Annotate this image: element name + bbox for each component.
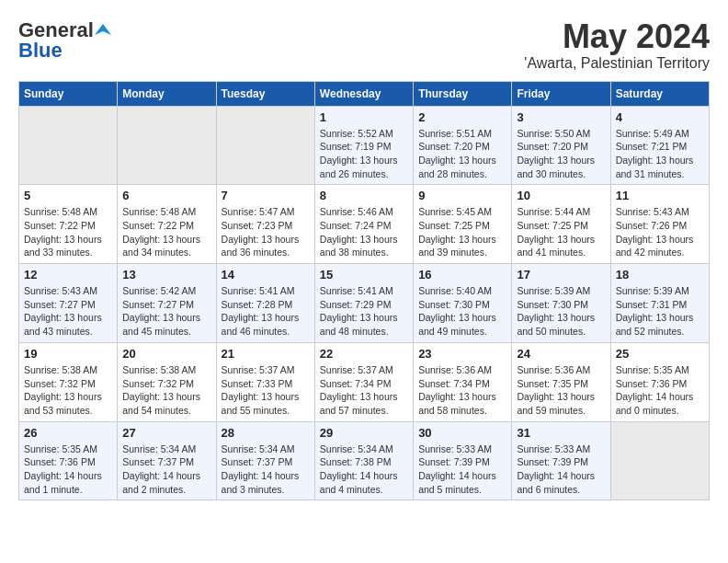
calendar-cell	[118, 106, 216, 185]
day-number: 11	[616, 189, 704, 202]
day-number: 15	[320, 268, 408, 282]
day-info: Sunrise: 5:48 AM Sunset: 7:22 PM Dayligh…	[122, 205, 210, 259]
calendar-cell: 8Sunrise: 5:46 AM Sunset: 7:24 PM Daylig…	[314, 185, 413, 264]
calendar-cell: 5Sunrise: 5:48 AM Sunset: 7:22 PM Daylig…	[19, 185, 118, 264]
day-info: Sunrise: 5:50 AM Sunset: 7:20 PM Dayligh…	[517, 127, 605, 181]
day-number: 28	[222, 426, 310, 440]
day-info: Sunrise: 5:39 AM Sunset: 7:30 PM Dayligh…	[517, 284, 605, 339]
calendar-cell: 10Sunrise: 5:44 AM Sunset: 7:25 PM Dayli…	[512, 185, 610, 264]
day-number: 27	[122, 426, 210, 440]
calendar-week-row: 19Sunrise: 5:38 AM Sunset: 7:32 PM Dayli…	[19, 342, 710, 421]
calendar-cell: 17Sunrise: 5:39 AM Sunset: 7:30 PM Dayli…	[512, 264, 610, 343]
calendar-cell: 11Sunrise: 5:43 AM Sunset: 7:26 PM Dayli…	[610, 185, 709, 264]
calendar-cell: 27Sunrise: 5:34 AM Sunset: 7:37 PM Dayli…	[118, 421, 216, 500]
day-info: Sunrise: 5:44 AM Sunset: 7:25 PM Dayligh…	[517, 205, 605, 259]
calendar-cell	[19, 106, 118, 185]
day-number: 23	[418, 347, 506, 361]
day-number: 4	[616, 110, 704, 124]
calendar-cell: 19Sunrise: 5:38 AM Sunset: 7:32 PM Dayli…	[19, 342, 118, 421]
day-info: Sunrise: 5:33 AM Sunset: 7:39 PM Dayligh…	[418, 442, 506, 497]
calendar-cell: 1Sunrise: 5:52 AM Sunset: 7:19 PM Daylig…	[314, 106, 413, 185]
day-info: Sunrise: 5:37 AM Sunset: 7:33 PM Dayligh…	[222, 363, 310, 418]
calendar-cell	[216, 106, 314, 185]
calendar-cell: 16Sunrise: 5:40 AM Sunset: 7:30 PM Dayli…	[414, 264, 512, 343]
day-info: Sunrise: 5:43 AM Sunset: 7:26 PM Dayligh…	[616, 205, 704, 259]
calendar-cell: 15Sunrise: 5:41 AM Sunset: 7:29 PM Dayli…	[314, 264, 413, 343]
day-info: Sunrise: 5:38 AM Sunset: 7:32 PM Dayligh…	[24, 363, 112, 418]
calendar-cell: 25Sunrise: 5:35 AM Sunset: 7:36 PM Dayli…	[610, 342, 709, 421]
day-number: 18	[616, 268, 704, 282]
day-number: 9	[418, 189, 506, 202]
calendar-cell: 22Sunrise: 5:37 AM Sunset: 7:34 PM Dayli…	[314, 342, 413, 421]
page-header: General Blue May 2024 'Awarta, Palestini…	[18, 18, 710, 72]
calendar-cell: 9Sunrise: 5:45 AM Sunset: 7:25 PM Daylig…	[414, 185, 512, 264]
day-info: Sunrise: 5:39 AM Sunset: 7:31 PM Dayligh…	[616, 284, 704, 339]
calendar-week-row: 26Sunrise: 5:35 AM Sunset: 7:36 PM Dayli…	[19, 421, 710, 500]
day-info: Sunrise: 5:38 AM Sunset: 7:32 PM Dayligh…	[122, 363, 210, 418]
day-number: 3	[517, 110, 605, 124]
day-info: Sunrise: 5:46 AM Sunset: 7:24 PM Dayligh…	[320, 205, 408, 259]
weekday-header-wednesday: Wednesday	[314, 81, 413, 106]
location-title: 'Awarta, Palestinian Territory	[524, 55, 710, 72]
calendar-cell: 20Sunrise: 5:38 AM Sunset: 7:32 PM Dayli…	[118, 342, 216, 421]
day-number: 17	[517, 268, 605, 282]
day-number: 2	[418, 110, 506, 124]
weekday-header-thursday: Thursday	[414, 81, 512, 106]
day-info: Sunrise: 5:34 AM Sunset: 7:37 PM Dayligh…	[122, 442, 210, 497]
calendar-cell: 2Sunrise: 5:51 AM Sunset: 7:20 PM Daylig…	[414, 106, 512, 185]
calendar-table: SundayMondayTuesdayWednesdayThursdayFrid…	[18, 81, 710, 501]
day-number: 31	[517, 426, 605, 440]
calendar-cell: 12Sunrise: 5:43 AM Sunset: 7:27 PM Dayli…	[19, 264, 118, 343]
svg-marker-0	[95, 24, 111, 35]
day-number: 12	[24, 268, 112, 282]
calendar-cell: 6Sunrise: 5:48 AM Sunset: 7:22 PM Daylig…	[118, 185, 216, 264]
calendar-cell	[610, 421, 709, 500]
weekday-header-monday: Monday	[118, 81, 216, 106]
day-number: 26	[24, 426, 112, 440]
calendar-cell: 23Sunrise: 5:36 AM Sunset: 7:34 PM Dayli…	[414, 342, 512, 421]
calendar-cell: 21Sunrise: 5:37 AM Sunset: 7:33 PM Dayli…	[216, 342, 314, 421]
day-info: Sunrise: 5:36 AM Sunset: 7:34 PM Dayligh…	[418, 363, 506, 418]
day-info: Sunrise: 5:45 AM Sunset: 7:25 PM Dayligh…	[418, 205, 506, 259]
calendar-cell: 14Sunrise: 5:41 AM Sunset: 7:28 PM Dayli…	[216, 264, 314, 343]
calendar-cell: 26Sunrise: 5:35 AM Sunset: 7:36 PM Dayli…	[19, 421, 118, 500]
calendar-week-row: 12Sunrise: 5:43 AM Sunset: 7:27 PM Dayli…	[19, 264, 710, 343]
calendar-cell: 18Sunrise: 5:39 AM Sunset: 7:31 PM Dayli…	[610, 264, 709, 343]
calendar-cell: 3Sunrise: 5:50 AM Sunset: 7:20 PM Daylig…	[512, 106, 610, 185]
day-number: 8	[320, 189, 408, 202]
logo-blue: Blue	[18, 39, 63, 63]
day-info: Sunrise: 5:41 AM Sunset: 7:28 PM Dayligh…	[222, 284, 310, 339]
day-number: 7	[222, 189, 310, 202]
calendar-week-row: 5Sunrise: 5:48 AM Sunset: 7:22 PM Daylig…	[19, 185, 710, 264]
day-number: 1	[320, 110, 408, 124]
day-info: Sunrise: 5:35 AM Sunset: 7:36 PM Dayligh…	[616, 363, 704, 418]
day-number: 19	[24, 347, 112, 361]
logo-bird-icon	[95, 22, 111, 39]
day-number: 6	[122, 189, 210, 202]
calendar-cell: 24Sunrise: 5:36 AM Sunset: 7:35 PM Dayli…	[512, 342, 610, 421]
day-number: 16	[418, 268, 506, 282]
day-info: Sunrise: 5:51 AM Sunset: 7:20 PM Dayligh…	[418, 127, 506, 181]
weekday-header-row: SundayMondayTuesdayWednesdayThursdayFrid…	[19, 81, 710, 106]
day-info: Sunrise: 5:48 AM Sunset: 7:22 PM Dayligh…	[24, 205, 112, 259]
title-block: May 2024 'Awarta, Palestinian Territory	[524, 18, 710, 72]
calendar-body: 1Sunrise: 5:52 AM Sunset: 7:19 PM Daylig…	[19, 106, 710, 500]
calendar-cell: 29Sunrise: 5:34 AM Sunset: 7:38 PM Dayli…	[314, 421, 413, 500]
day-info: Sunrise: 5:34 AM Sunset: 7:38 PM Dayligh…	[320, 442, 408, 497]
day-info: Sunrise: 5:40 AM Sunset: 7:30 PM Dayligh…	[418, 284, 506, 339]
day-info: Sunrise: 5:49 AM Sunset: 7:21 PM Dayligh…	[616, 127, 704, 181]
weekday-header-saturday: Saturday	[610, 81, 709, 106]
day-number: 30	[418, 426, 506, 440]
day-info: Sunrise: 5:37 AM Sunset: 7:34 PM Dayligh…	[320, 363, 408, 418]
day-info: Sunrise: 5:43 AM Sunset: 7:27 PM Dayligh…	[24, 284, 112, 339]
day-info: Sunrise: 5:41 AM Sunset: 7:29 PM Dayligh…	[320, 284, 408, 339]
weekday-header-tuesday: Tuesday	[216, 81, 314, 106]
weekday-header-sunday: Sunday	[19, 81, 118, 106]
day-number: 24	[517, 347, 605, 361]
calendar-cell: 13Sunrise: 5:42 AM Sunset: 7:27 PM Dayli…	[118, 264, 216, 343]
day-number: 20	[122, 347, 210, 361]
calendar-cell: 28Sunrise: 5:34 AM Sunset: 7:37 PM Dayli…	[216, 421, 314, 500]
day-number: 13	[122, 268, 210, 282]
calendar-cell: 7Sunrise: 5:47 AM Sunset: 7:23 PM Daylig…	[216, 185, 314, 264]
day-info: Sunrise: 5:42 AM Sunset: 7:27 PM Dayligh…	[122, 284, 210, 339]
